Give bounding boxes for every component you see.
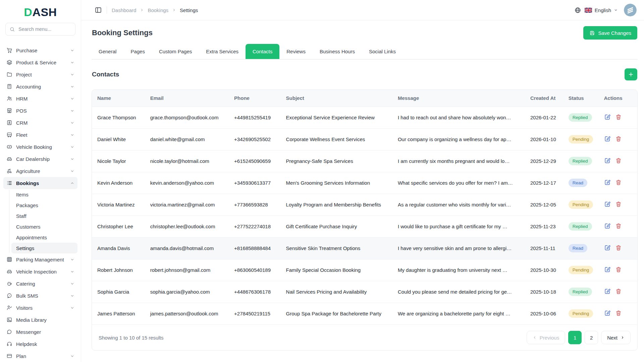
sidebar-item-purchase[interactable]: Purchase — [3, 44, 77, 56]
sidebar-item-vehicle-booking[interactable]: Vehicle Booking — [3, 141, 77, 153]
logo-rest: ASH — [32, 6, 57, 18]
breadcrumb-dashboard[interactable]: Dashboard — [112, 7, 136, 13]
section-title: Contacts — [92, 71, 119, 78]
sidebar-item-vehicle-inspection[interactable]: Vehicle Inspection — [3, 265, 77, 278]
sidebar-subitem-packages[interactable]: Packages — [11, 200, 77, 210]
globe-icon[interactable] — [574, 7, 581, 14]
save-changes-button[interactable]: Save Changes — [583, 26, 637, 40]
cell-phone: +277522274018 — [229, 216, 280, 237]
sidebar-item-label: CRM — [16, 120, 28, 126]
delete-button[interactable] — [615, 223, 622, 229]
chevron-down-icon — [70, 121, 74, 125]
tab-extra-services[interactable]: Extra Services — [199, 44, 246, 59]
cell-name: Nicole Taylor — [92, 150, 145, 172]
sidebar-item-label: Project — [16, 72, 32, 77]
sidebar-item-bookings[interactable]: Bookings — [3, 177, 77, 189]
image-icon — [6, 317, 12, 323]
page-2-button[interactable]: 2 — [585, 331, 598, 344]
status-badge: Read — [569, 179, 587, 187]
sidebar-item-media-library[interactable]: Media Library — [3, 314, 77, 326]
column-header-name: Name — [92, 90, 145, 107]
delete-button[interactable] — [615, 179, 622, 186]
ticket-icon — [6, 144, 12, 150]
chevron-left-icon — [533, 336, 537, 340]
edit-button[interactable] — [604, 310, 611, 316]
cell-message: My daughter is graduating from universit… — [392, 259, 525, 281]
delete-button[interactable] — [615, 135, 622, 142]
sidebar-subitem-items[interactable]: Items — [11, 189, 77, 200]
previous-page-button[interactable]: Previous — [527, 331, 565, 344]
sidebar-item-fleet[interactable]: Fleet — [3, 129, 77, 141]
sidebar-item-plan[interactable]: Plan — [3, 350, 77, 362]
column-header-status: Status — [563, 90, 599, 107]
edit-button[interactable] — [604, 135, 611, 142]
add-contact-button[interactable] — [625, 68, 637, 80]
edit-button[interactable] — [604, 266, 611, 273]
breadcrumb-bookings[interactable]: Bookings — [148, 7, 168, 13]
sidebar-item-hrm[interactable]: HRM — [3, 93, 77, 105]
status-badge: Replied — [569, 113, 592, 122]
sidebar-subitem-settings[interactable]: Settings — [11, 243, 77, 253]
sidebar-item-car-dealership[interactable]: Car Dealership — [3, 153, 77, 165]
language-label: English — [595, 7, 611, 13]
edit-button[interactable] — [604, 223, 611, 229]
sidebar-item-visitors[interactable]: Visitors — [3, 302, 77, 314]
edit-button[interactable] — [604, 201, 611, 207]
edit-button[interactable] — [604, 288, 611, 295]
tab-business-hours[interactable]: Business Hours — [313, 44, 362, 59]
tab-general[interactable]: General — [92, 44, 123, 59]
title-row: Booking Settings Save Changes — [81, 20, 644, 41]
tab-contacts[interactable]: Contacts — [246, 44, 279, 59]
tab-reviews[interactable]: Reviews — [279, 44, 313, 59]
next-page-button[interactable]: Next — [601, 331, 631, 344]
cell-actions — [599, 107, 637, 128]
language-switcher[interactable]: English — [585, 7, 618, 13]
delete-button[interactable] — [615, 288, 622, 295]
sidebar-item-helpdesk[interactable]: Helpdesk — [3, 338, 77, 350]
edit-button[interactable] — [604, 157, 611, 164]
delete-button[interactable] — [615, 310, 622, 316]
delete-button[interactable] — [615, 266, 622, 273]
page-1-button[interactable]: 1 — [568, 331, 582, 344]
sidebar-item-parking-management[interactable]: Parking Management — [3, 253, 77, 265]
sidebar-item-catering[interactable]: Catering — [3, 278, 77, 290]
sidebar-item-product-service[interactable]: Product & Service — [3, 56, 77, 68]
search-input[interactable] — [18, 26, 71, 32]
sidebar-subitem-customers[interactable]: Customers — [11, 221, 77, 232]
avatar[interactable] — [624, 4, 637, 16]
cell-status: Replied — [563, 150, 599, 172]
sidebar-item-crm[interactable]: CRM — [3, 117, 77, 129]
edit-button[interactable] — [604, 244, 611, 251]
car-icon — [6, 268, 12, 275]
sidebar-item-bulk-sms[interactable]: Bulk SMS — [3, 290, 77, 302]
sidebar-subitem-staff[interactable]: Staff — [11, 210, 77, 221]
sidebar-item-accounting[interactable]: Accounting — [3, 80, 77, 93]
sidebar-item-agriculture[interactable]: Agriculture — [3, 165, 77, 177]
delete-button[interactable] — [615, 201, 622, 207]
chevron-down-icon — [70, 294, 74, 298]
sidebar-subitem-appointments[interactable]: Appointments — [11, 232, 77, 243]
tab-pages[interactable]: Pages — [123, 44, 152, 59]
sidebar-item-label: Agriculture — [16, 168, 40, 174]
tab-social-links[interactable]: Social Links — [362, 44, 403, 59]
cell-actions — [599, 216, 637, 237]
delete-button[interactable] — [615, 244, 622, 251]
chevron-right-icon — [140, 8, 144, 12]
sidebar-toggle-icon[interactable] — [95, 6, 102, 14]
cell-name: Amanda Davis — [92, 237, 145, 259]
sidebar-item-messenger[interactable]: Messenger — [3, 326, 77, 338]
delete-button[interactable] — [615, 157, 622, 164]
sidebar-item-project[interactable]: Project — [3, 68, 77, 80]
edit-button[interactable] — [604, 114, 611, 120]
chevron-right-icon — [621, 336, 625, 340]
sidebar-item-pos[interactable]: POS — [3, 105, 77, 117]
edit-button[interactable] — [604, 179, 611, 186]
plus-icon — [628, 71, 634, 77]
delete-button[interactable] — [615, 114, 622, 120]
chevron-down-icon — [70, 169, 74, 173]
tab-custom-pages[interactable]: Custom Pages — [152, 44, 199, 59]
cell-phone: +615245090659 — [229, 150, 280, 172]
table-row: Daniel Whitedaniel.white@gmail.com+34269… — [92, 128, 637, 150]
table-footer: Showing 1 to 10 of 15 results Previous 1… — [92, 324, 637, 350]
sidebar-item-label: Purchase — [16, 48, 37, 53]
